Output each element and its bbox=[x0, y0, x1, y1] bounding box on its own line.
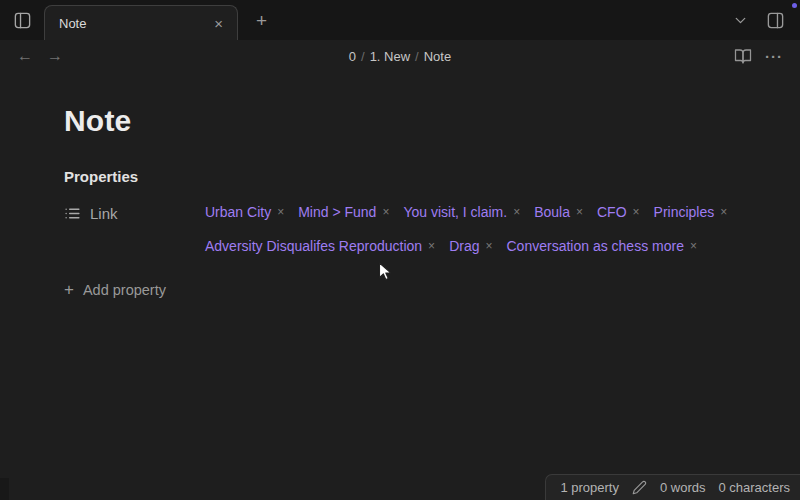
more-options-icon[interactable]: ··· bbox=[765, 49, 783, 64]
breadcrumb-separator: / bbox=[415, 49, 419, 64]
property-row: Link Urban City×Mind > Fund×You visit, I… bbox=[64, 204, 736, 254]
add-property-button[interactable]: + Add property bbox=[64, 281, 166, 298]
bottom-left-corner bbox=[0, 478, 9, 500]
new-tab-button[interactable]: + bbox=[251, 9, 272, 32]
remove-link-icon[interactable]: × bbox=[720, 206, 727, 218]
link-value[interactable]: CFO× bbox=[597, 204, 640, 220]
plus-icon: + bbox=[64, 281, 74, 298]
remove-link-icon[interactable]: × bbox=[277, 206, 284, 218]
tab-close-icon[interactable]: × bbox=[210, 14, 227, 33]
right-sidebar-toggle[interactable] bbox=[766, 11, 785, 30]
link-text[interactable]: Mind > Fund bbox=[298, 204, 376, 220]
property-name[interactable]: Link bbox=[90, 205, 118, 222]
tab-list-chevron-down-icon[interactable] bbox=[732, 12, 749, 29]
tab-title: Note bbox=[59, 16, 210, 31]
link-value[interactable]: Urban City× bbox=[205, 204, 284, 220]
link-text[interactable]: You visit, I claim. bbox=[403, 204, 507, 220]
link-values: Urban City×Mind > Fund×You visit, I clai… bbox=[205, 204, 736, 254]
breadcrumb-segment[interactable]: Note bbox=[424, 49, 451, 64]
remove-link-icon[interactable]: × bbox=[485, 240, 492, 252]
breadcrumb-segment[interactable]: 0 bbox=[349, 49, 356, 64]
link-value[interactable]: You visit, I claim.× bbox=[403, 204, 520, 220]
edit-pencil-icon bbox=[632, 480, 647, 495]
remove-link-icon[interactable]: × bbox=[633, 206, 640, 218]
reading-mode-book-icon[interactable] bbox=[734, 47, 752, 65]
link-text[interactable]: Urban City bbox=[205, 204, 271, 220]
view-header: ← → 0/1. New/Note ··· bbox=[0, 40, 800, 72]
remove-link-icon[interactable]: × bbox=[428, 240, 435, 252]
status-bar: 1 property 0 words 0 characters bbox=[545, 474, 800, 500]
remove-link-icon[interactable]: × bbox=[513, 206, 520, 218]
breadcrumb: 0/1. New/Note bbox=[0, 49, 800, 64]
link-value[interactable]: Boula× bbox=[534, 204, 583, 220]
add-property-label: Add property bbox=[83, 282, 166, 298]
left-sidebar-toggle[interactable] bbox=[0, 0, 44, 40]
link-value[interactable]: Drag× bbox=[449, 238, 492, 254]
link-text[interactable]: Adversity Disqualifes Reproduction bbox=[205, 238, 422, 254]
link-value[interactable]: Adversity Disqualifes Reproduction× bbox=[205, 238, 435, 254]
list-icon bbox=[64, 205, 81, 222]
note-editor: Note Properties Link Urban City×Mind > F… bbox=[0, 72, 800, 299]
link-value[interactable]: Mind > Fund× bbox=[298, 204, 389, 220]
properties-heading: Properties bbox=[64, 168, 736, 185]
link-text[interactable]: Drag bbox=[449, 238, 479, 254]
link-text[interactable]: CFO bbox=[597, 204, 627, 220]
panel-left-icon bbox=[13, 11, 32, 30]
property-key[interactable]: Link bbox=[64, 204, 205, 222]
word-count: 0 words bbox=[660, 480, 706, 495]
breadcrumb-segment[interactable]: 1. New bbox=[370, 49, 410, 64]
remove-link-icon[interactable]: × bbox=[382, 206, 389, 218]
tab-bar: Note × + bbox=[0, 0, 800, 40]
link-text[interactable]: Conversation as chess more bbox=[507, 238, 684, 254]
tab-note[interactable]: Note × bbox=[44, 5, 238, 40]
remove-link-icon[interactable]: × bbox=[690, 240, 697, 252]
forward-arrow-icon[interactable]: → bbox=[47, 48, 63, 64]
breadcrumb-separator: / bbox=[361, 49, 365, 64]
sync-notification-dot bbox=[792, 3, 797, 8]
link-text[interactable]: Principles bbox=[654, 204, 715, 220]
char-count: 0 characters bbox=[718, 480, 790, 495]
back-arrow-icon[interactable]: ← bbox=[17, 48, 33, 64]
note-title[interactable]: Note bbox=[64, 104, 736, 138]
link-text[interactable]: Boula bbox=[534, 204, 570, 220]
remove-link-icon[interactable]: × bbox=[576, 206, 583, 218]
property-count: 1 property bbox=[560, 480, 619, 495]
link-value[interactable]: Principles× bbox=[654, 204, 728, 220]
link-value[interactable]: Conversation as chess more× bbox=[507, 238, 697, 254]
